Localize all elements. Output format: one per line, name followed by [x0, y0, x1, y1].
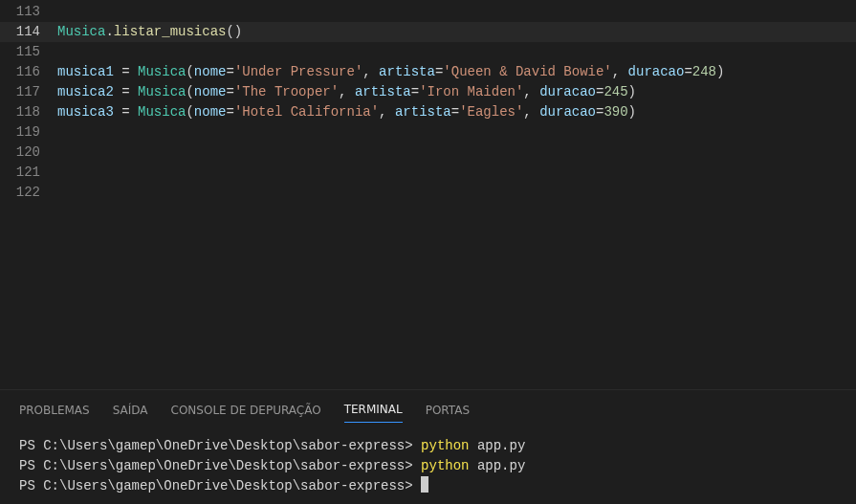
token-fn: listar_musicas: [114, 24, 227, 39]
token-punc: ,: [612, 64, 628, 79]
token-str: 'The Trooper': [234, 84, 339, 99]
tab-debug-console[interactable]: CONSOLE DE DEPURAÇÃO: [171, 404, 321, 423]
token-punc: (: [186, 84, 193, 99]
terminal-prompt: PS C:\Users\gamep\OneDrive\Desktop\sabor…: [19, 438, 421, 453]
line-number: 118: [0, 102, 57, 122]
token-num: 248: [692, 64, 716, 79]
token-num: 245: [604, 84, 627, 99]
token-punc: (): [226, 24, 242, 39]
token-punc: ): [628, 84, 636, 99]
token-str: 'Hotel California': [234, 104, 379, 120]
line-number: 121: [0, 163, 57, 183]
terminal-command: python: [421, 438, 469, 453]
line-number: 120: [0, 142, 57, 163]
code-line[interactable]: 119: [0, 122, 856, 142]
tab-saida[interactable]: SAÍDA: [113, 404, 148, 423]
token-param: nome: [194, 104, 227, 120]
tab-problemas[interactable]: PROBLEMAS: [19, 404, 90, 423]
token-punc: ): [628, 104, 636, 120]
panel-tabs: PROBLEMAS SAÍDA CONSOLE DE DEPURAÇÃO TER…: [0, 390, 856, 423]
code-line[interactable]: 118musica3 = Musica(nome='Hotel Californ…: [0, 102, 856, 122]
bottom-panel: PROBLEMAS SAÍDA CONSOLE DE DEPURAÇÃO TER…: [0, 389, 856, 504]
token-op: =: [114, 64, 138, 79]
line-number: 117: [0, 82, 57, 102]
token-punc: .: [105, 24, 113, 39]
code-content[interactable]: musica1 = Musica(nome='Under Pressure', …: [57, 62, 724, 82]
token-param: duracao: [539, 104, 596, 120]
token-str: 'Under Pressure': [234, 64, 362, 79]
token-op: =: [411, 84, 419, 99]
token-punc: ,: [523, 104, 539, 120]
code-content[interactable]: musica2 = Musica(nome='The Trooper', art…: [57, 82, 636, 102]
token-punc: ,: [379, 104, 395, 120]
terminal-body[interactable]: PS C:\Users\gamep\OneDrive\Desktop\sabor…: [0, 423, 856, 504]
token-punc: (: [186, 64, 193, 79]
terminal-prompt: PS C:\Users\gamep\OneDrive\Desktop\sabor…: [19, 458, 421, 473]
terminal-prompt: PS C:\Users\gamep\OneDrive\Desktop\sabor…: [19, 478, 421, 493]
token-op: =: [226, 64, 233, 79]
token-param: duracao: [539, 84, 596, 99]
token-punc: ,: [339, 84, 355, 99]
token-op: =: [226, 104, 233, 120]
token-var: musica1: [57, 64, 114, 79]
terminal-line: PS C:\Users\gamep\OneDrive\Desktop\sabor…: [19, 476, 837, 496]
line-number: 116: [0, 62, 57, 82]
code-line[interactable]: 117musica2 = Musica(nome='The Trooper', …: [0, 82, 856, 102]
terminal-cursor-icon: [421, 476, 428, 493]
tab-portas[interactable]: PORTAS: [426, 404, 470, 423]
code-line[interactable]: 114Musica.listar_musicas(): [0, 22, 856, 42]
line-number: 114: [0, 22, 57, 42]
token-op: =: [114, 84, 138, 99]
token-punc: ): [716, 64, 724, 79]
code-content[interactable]: Musica.listar_musicas(): [57, 22, 242, 42]
token-str: 'Iron Maiden': [419, 84, 523, 99]
token-cls: Musica: [138, 84, 186, 99]
token-param: nome: [194, 84, 227, 99]
terminal-line: PS C:\Users\gamep\OneDrive\Desktop\sabor…: [19, 436, 837, 456]
code-content[interactable]: musica3 = Musica(nome='Hotel California'…: [57, 102, 636, 122]
code-line[interactable]: 113: [0, 2, 856, 22]
code-editor[interactable]: 113114Musica.listar_musicas()115116music…: [0, 0, 856, 203]
token-op: =: [114, 104, 138, 120]
token-cls: Musica: [138, 104, 186, 120]
line-number: 113: [0, 2, 57, 22]
code-line[interactable]: 116musica1 = Musica(nome='Under Pressure…: [0, 62, 856, 82]
token-str: 'Eagles': [459, 104, 523, 120]
token-op: =: [684, 64, 691, 79]
token-punc: (: [186, 104, 193, 120]
token-str: 'Queen & David Bowie': [443, 64, 611, 79]
token-op: =: [226, 84, 233, 99]
token-var: musica3: [57, 104, 114, 120]
token-cls: Musica: [138, 64, 186, 79]
terminal-line: PS C:\Users\gamep\OneDrive\Desktop\sabor…: [19, 456, 837, 476]
terminal-command: python: [421, 458, 469, 473]
terminal-arg: app.py: [470, 438, 526, 453]
code-line[interactable]: 122: [0, 183, 856, 203]
terminal-arg: app.py: [470, 458, 526, 473]
token-op: =: [451, 104, 459, 120]
line-number: 119: [0, 122, 57, 142]
token-num: 390: [604, 104, 627, 120]
code-line[interactable]: 120: [0, 142, 856, 163]
code-line[interactable]: 115: [0, 42, 856, 62]
token-cls: Musica: [57, 24, 105, 39]
token-param: artista: [379, 64, 435, 79]
token-param: nome: [194, 64, 227, 79]
line-number: 122: [0, 183, 57, 203]
line-number: 115: [0, 42, 57, 62]
token-param: duracao: [628, 64, 685, 79]
token-punc: ,: [362, 64, 379, 79]
editor-empty-area[interactable]: [0, 203, 856, 389]
token-var: musica2: [57, 84, 114, 99]
code-line[interactable]: 121: [0, 163, 856, 183]
token-param: artista: [395, 104, 451, 120]
tab-terminal[interactable]: TERMINAL: [344, 403, 403, 423]
token-param: artista: [355, 84, 411, 99]
token-punc: ,: [523, 84, 539, 99]
